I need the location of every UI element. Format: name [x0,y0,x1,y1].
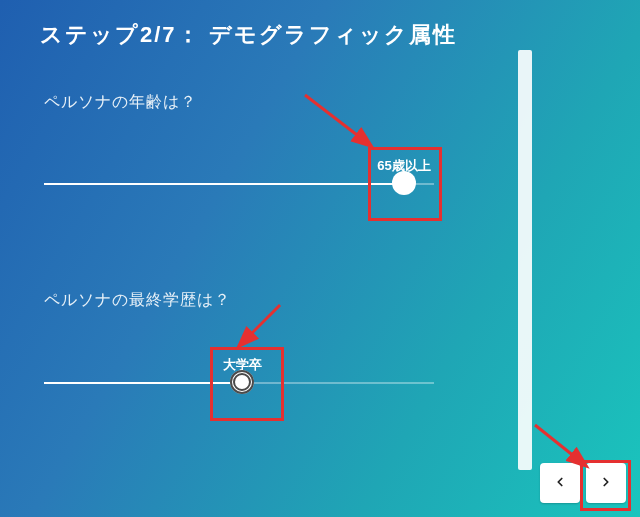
vertical-scrollbar[interactable] [518,50,532,470]
svg-line-1 [240,305,280,345]
chevron-left-icon [553,473,567,494]
annotation-box-education-thumb [210,347,284,421]
step-title: ステップ2/7： デモグラフィック属性 [40,20,457,50]
svg-line-2 [535,425,585,465]
prev-button[interactable] [540,463,580,503]
age-slider-fill [44,183,404,185]
question-education-label: ペルソナの最終学歴は？ [44,290,231,311]
wizard-step-panel: ステップ2/7： デモグラフィック属性 ペルソナの年齢は？ 65歳以上 ペルソナ… [0,0,640,517]
svg-line-0 [305,95,370,145]
annotation-box-next-button [580,460,631,511]
question-age-label: ペルソナの年齢は？ [44,92,197,113]
annotation-box-age-thumb [368,147,442,221]
